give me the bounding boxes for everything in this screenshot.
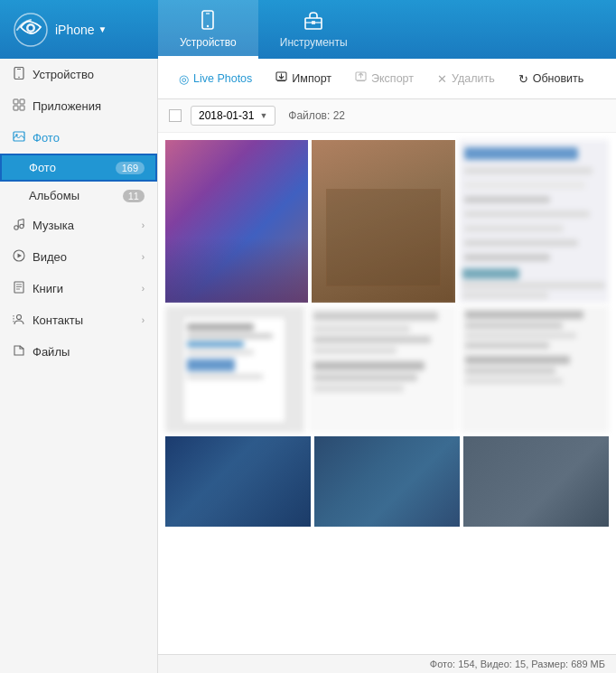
svg-point-5 [207,24,209,26]
video-sidebar-icon [13,249,25,265]
app-logo-icon [14,13,48,47]
phone-icon [198,10,218,30]
device-sidebar-icon [13,67,25,82]
photo-item[interactable] [461,306,609,433]
sidebar-photos-label: Фото [33,131,60,145]
sidebar-item-contacts[interactable]: Контакты › [0,304,157,336]
sidebar-item-apps[interactable]: Приложения [0,90,157,122]
sidebar-item-photos[interactable]: Фото [0,122,157,154]
filter-bar: 2018-01-31 ▼ Файлов: 22 [158,99,616,133]
svg-rect-15 [20,106,24,110]
sidebar-item-albums[interactable]: Альбомы 11 [0,182,157,210]
delete-icon: ✕ [437,72,447,86]
import-button[interactable]: Импорт [266,66,341,91]
sidebar: Устройство Приложения Фото Фото 169 Альб… [0,59,158,673]
tab-tools-label: Инструменты [280,36,348,49]
sidebar-contacts-label: Контакты [33,313,83,327]
sidebar-item-books[interactable]: Книги › [0,273,157,304]
svg-point-2 [29,25,33,30]
sidebar-music-label: Музыка [33,219,74,232]
photo-item[interactable] [312,140,454,303]
svg-point-11 [18,77,20,79]
live-photos-button[interactable]: ◎ Live Photos [169,67,262,91]
photo-item[interactable] [165,140,308,303]
import-icon [275,71,287,86]
delete-label: Удалить [452,72,495,85]
toolbox-icon [303,10,323,30]
photo-grid [158,133,616,654]
svg-rect-13 [20,99,24,104]
content-area: ◎ Live Photos Импорт Экспорт ✕ Удалить [158,59,616,673]
svg-marker-24 [18,254,23,258]
music-chevron-icon: › [142,220,145,230]
header-tabs: Устройство Инструменты [158,0,616,59]
import-label: Импорт [292,72,331,85]
sidebar-item-device[interactable]: Устройство [0,59,157,90]
app-header: iPhone ▼ Устройство [0,0,616,59]
date-filter-select[interactable]: 2018-01-31 ▼ [191,106,275,126]
sidebar-video-label: Видео [33,250,67,264]
svg-point-18 [14,226,18,229]
sidebar-books-label: Книги [33,282,63,295]
refresh-button[interactable]: ↻ Обновить [509,67,594,91]
albums-badge: 11 [123,190,145,202]
svg-rect-8 [312,21,315,24]
svg-rect-25 [14,282,23,293]
apps-sidebar-icon [13,98,25,114]
photo-item[interactable] [459,140,609,303]
svg-point-19 [20,224,23,228]
sidebar-item-files[interactable]: Файлы [0,336,157,368]
select-all-checkbox[interactable] [169,109,182,122]
live-photos-icon: ◎ [179,72,189,86]
refresh-label: Обновить [533,72,584,85]
svg-rect-12 [14,99,18,104]
music-sidebar-icon [13,218,25,233]
status-bar: Фото: 154, Видео: 15, Размер: 689 МБ [158,654,616,673]
contacts-chevron-icon: › [142,315,145,325]
export-label: Экспорт [371,72,414,85]
tab-device[interactable]: Устройство [158,0,258,59]
contacts-sidebar-icon [13,313,25,328]
sidebar-apps-label: Приложения [33,99,101,113]
svg-line-22 [18,220,23,221]
files-count-label: Файлов: 22 [288,109,345,122]
sidebar-item-music[interactable]: Музыка › [0,210,157,241]
tab-device-label: Устройство [180,36,237,49]
files-sidebar-icon [13,344,25,360]
sidebar-device-label: Устройство [33,68,94,81]
svg-rect-30 [13,315,14,317]
sidebar-item-video[interactable]: Видео › [0,241,157,273]
device-chevron-icon: ▼ [98,24,107,34]
device-name-label[interactable]: iPhone ▼ [55,23,107,37]
svg-rect-32 [13,321,14,322]
photo-row-3 [165,436,609,527]
sidebar-item-photos-all[interactable]: Фото 169 [0,154,157,182]
live-photos-label: Live Photos [193,72,252,85]
date-filter-value: 2018-01-31 [199,109,254,122]
photo-item[interactable] [308,306,458,433]
export-icon [355,71,367,86]
export-button[interactable]: Экспорт [345,66,424,91]
main-layout: Устройство Приложения Фото Фото 169 Альб… [0,59,616,673]
content-toolbar: ◎ Live Photos Импорт Экспорт ✕ Удалить [158,59,616,99]
photo-item[interactable] [165,306,304,433]
books-sidebar-icon [13,281,25,296]
status-text: Фото: 154, Видео: 15, Размер: 689 МБ [430,659,605,669]
sidebar-files-label: Файлы [33,345,70,359]
albums-label: Альбомы [29,189,79,202]
video-chevron-icon: › [142,252,145,262]
photo-item[interactable] [463,436,609,527]
tools-tab-icon [303,10,323,33]
svg-rect-14 [14,106,18,110]
device-name-text: iPhone [55,23,95,37]
photos-sidebar-icon [13,130,25,145]
photo-item[interactable] [314,436,460,527]
logo-area: iPhone ▼ [0,0,158,59]
photos-all-label: Фото [29,161,56,174]
photo-row-1 [165,140,609,303]
delete-button[interactable]: ✕ Удалить [427,67,505,91]
photo-row-2 [165,306,609,433]
device-tab-icon [198,10,218,33]
tab-tools[interactable]: Инструменты [258,0,369,59]
photo-item[interactable] [165,436,311,527]
